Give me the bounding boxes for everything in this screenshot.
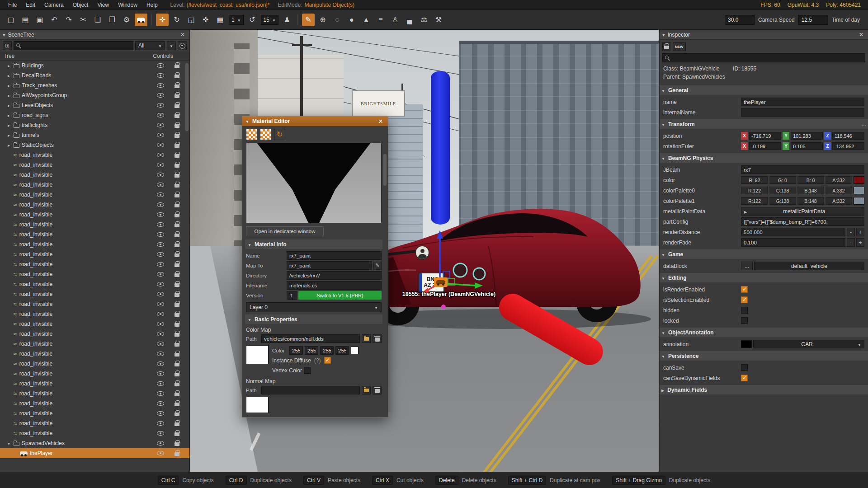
lock-icon[interactable] — [175, 65, 179, 68]
normal-map-swatch[interactable] — [246, 397, 269, 413]
palette-a[interactable]: A:332 — [826, 187, 852, 194]
position-y-value[interactable]: 101.283 — [791, 132, 823, 140]
visibility-eye-icon[interactable] — [157, 391, 164, 396]
material-preview[interactable] — [246, 143, 382, 223]
visibility-eye-icon[interactable] — [157, 73, 164, 78]
menu-item-edit[interactable]: Edit — [21, 2, 40, 8]
terrain-tool-button[interactable]: ▲ — [360, 14, 373, 26]
palette-b[interactable]: B:148 — [797, 197, 824, 205]
switch-pbr-button[interactable]: Switch to V1.5 (PBR) — [298, 291, 382, 300]
palette-swatch[interactable] — [854, 187, 864, 194]
lock-icon[interactable] — [175, 253, 179, 257]
color-r-input[interactable] — [289, 346, 303, 355]
editmode-value[interactable]: Manipulate Object(s) — [304, 2, 354, 8]
visibility-eye-icon[interactable] — [157, 192, 164, 197]
lock-icon[interactable] — [175, 144, 179, 148]
tree-row[interactable]: AIWaypointsGroup — [0, 90, 189, 100]
lock-icon[interactable] — [175, 154, 179, 158]
lock-icon[interactable] — [175, 333, 179, 337]
visibility-eye-icon[interactable] — [157, 381, 164, 386]
lock-icon[interactable] — [175, 343, 179, 347]
visibility-eye-icon[interactable] — [157, 93, 164, 98]
lock-icon[interactable] — [175, 224, 179, 227]
tree-row[interactable]: ≈ road_invisible — [0, 150, 189, 160]
material-checker2-icon[interactable] — [260, 129, 271, 140]
tree-row[interactable]: ≈ road_invisible — [0, 249, 189, 259]
color-a-input[interactable] — [335, 346, 349, 355]
color-g[interactable]: G: 0 — [769, 176, 796, 184]
locked-checkbox[interactable] — [741, 317, 748, 324]
visibility-eye-icon[interactable] — [157, 153, 164, 157]
rotate-snap-icon[interactable]: ↺ — [246, 14, 259, 26]
lock-icon[interactable] — [175, 214, 179, 217]
copy-button[interactable]: ❏ — [91, 14, 104, 26]
palette-b[interactable]: B:148 — [797, 187, 824, 194]
stamp-tool-button[interactable]: ▄ — [403, 14, 416, 26]
editing-section-header[interactable]: Editing — [659, 273, 868, 282]
browse-folder-icon[interactable] — [362, 386, 371, 394]
visibility-eye-icon[interactable] — [157, 371, 164, 376]
palette-swatch[interactable] — [854, 197, 864, 205]
visibility-eye-icon[interactable] — [157, 133, 164, 137]
grid-snap-icon[interactable]: ▦ — [214, 14, 226, 26]
tree-row[interactable]: ≈ road_invisible — [0, 399, 189, 408]
palette-r[interactable]: R:122 — [741, 197, 768, 205]
lock-icon[interactable] — [175, 363, 179, 366]
browse-folder-icon[interactable] — [362, 334, 371, 343]
rotation-y-value[interactable]: 0.105 — [791, 142, 823, 150]
visibility-eye-icon[interactable] — [157, 431, 164, 436]
tree-row[interactable]: ≈ road_invisible — [0, 428, 189, 438]
transform-more-button[interactable]: ... — [862, 121, 866, 127]
color-b[interactable]: B: 0 — [797, 176, 824, 184]
position-z-value[interactable]: 118.546 — [832, 132, 864, 140]
normal-map-path-input[interactable] — [261, 386, 360, 394]
tree-row[interactable]: ≈ road_invisible — [0, 359, 189, 369]
hidden-checkbox[interactable] — [741, 307, 748, 314]
level-value[interactable]: [/levels/west_coast_usa/info.json]* — [187, 2, 270, 8]
annotation-swatch[interactable] — [741, 340, 752, 348]
datablock-value-box[interactable]: default_vehicle — [754, 262, 864, 270]
drop-to-ground-button[interactable]: ♟ — [281, 14, 293, 26]
physics-section-header[interactable]: BeamNG Physics — [659, 153, 868, 163]
isrenderenabled-checkbox[interactable] — [741, 286, 748, 293]
color-mini-swatch[interactable] — [351, 347, 359, 354]
visibility-eye-icon[interactable] — [157, 361, 164, 366]
lock-icon[interactable] — [175, 104, 179, 108]
tree-row[interactable]: ≈ road_invisible — [0, 339, 189, 349]
lock-icon[interactable] — [175, 273, 179, 277]
forest-tool-button[interactable]: ⚒ — [432, 14, 445, 26]
color-b-input[interactable] — [320, 346, 334, 355]
lock-icon[interactable] — [175, 283, 179, 287]
color-swatch[interactable] — [854, 176, 864, 184]
tree-row[interactable]: trafficlights — [0, 120, 189, 130]
settings-gear-icon[interactable]: ⚙ — [120, 14, 133, 26]
tree-row[interactable]: ≈ road_invisible — [0, 259, 189, 269]
lock-icon[interactable] — [175, 452, 179, 456]
renderdistance-input[interactable] — [741, 228, 845, 236]
material-scrollbar[interactable] — [383, 154, 387, 186]
tree-row[interactable]: thePlayer — [0, 448, 189, 458]
color-map-path-input[interactable] — [261, 334, 360, 343]
lock-icon[interactable] — [175, 174, 179, 178]
lock-icon[interactable] — [175, 373, 179, 376]
close-icon[interactable]: ✕ — [179, 31, 187, 38]
instance-diffuse-checkbox[interactable] — [324, 357, 331, 364]
lock-icon[interactable] — [175, 124, 179, 128]
lock-icon[interactable] — [175, 204, 179, 207]
lock-icon[interactable] — [175, 353, 179, 357]
paste-button[interactable]: ❐ — [106, 14, 118, 26]
tree-row[interactable]: ≈ road_invisible — [0, 319, 189, 329]
visibility-eye-icon[interactable] — [157, 123, 164, 127]
new-badge-button[interactable]: NEW — [673, 42, 686, 51]
visibility-eye-icon[interactable] — [157, 63, 164, 68]
tree-row[interactable]: ≈ road_invisible — [0, 230, 189, 239]
vehicle-tool-button[interactable] — [135, 14, 147, 26]
refresh-icon[interactable]: ↻ — [274, 129, 285, 140]
tree-row[interactable]: ≈ road_invisible — [0, 379, 189, 389]
color-map-swatch[interactable] — [246, 345, 269, 364]
move-tool-button[interactable]: ✛ — [156, 14, 169, 26]
menu-item-object[interactable]: Object — [68, 2, 93, 8]
inspector-search-input[interactable] — [672, 54, 863, 62]
visibility-eye-icon[interactable] — [157, 282, 164, 286]
tree-row[interactable]: Track_meshes — [0, 80, 189, 90]
